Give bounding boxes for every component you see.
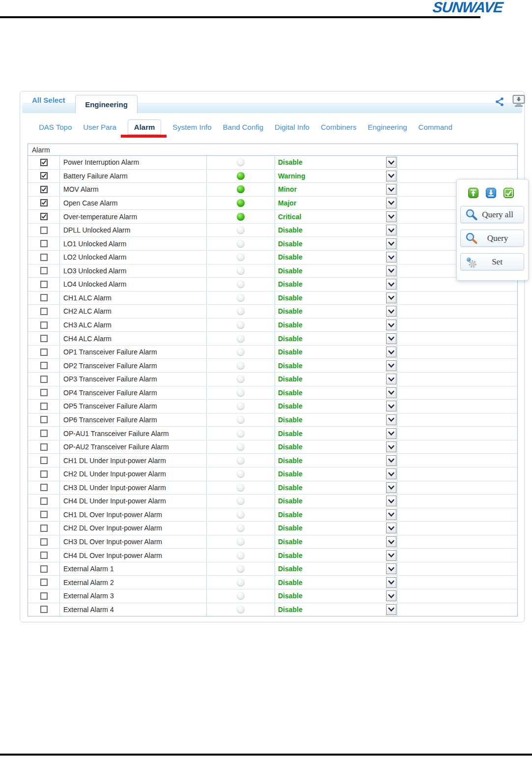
row-checkbox[interactable] — [40, 322, 48, 329]
status-dropdown[interactable] — [386, 252, 396, 263]
status-dropdown[interactable] — [386, 374, 396, 384]
row-checkbox[interactable] — [40, 267, 48, 274]
tab-engineering[interactable]: Engineering — [368, 123, 407, 131]
status-dropdown[interactable] — [386, 387, 396, 398]
status-dropdown[interactable] — [386, 306, 396, 317]
status-dropdown[interactable] — [386, 482, 396, 493]
row-checkbox[interactable] — [40, 416, 48, 423]
row-checkbox[interactable] — [40, 172, 48, 179]
query-button[interactable]: Query — [460, 230, 524, 247]
row-checkbox[interactable] — [40, 443, 48, 451]
alarm-name: CH4 DL Over Input-power Alarm — [60, 549, 207, 562]
led-indicator — [237, 579, 245, 586]
row-checkbox[interactable] — [40, 294, 48, 301]
row-checkbox[interactable] — [40, 430, 48, 437]
status-dropdown[interactable] — [386, 563, 396, 574]
alarm-name: CH3 DL Under Input-power Alarm — [60, 481, 207, 495]
all-select-button[interactable]: All Select — [32, 96, 65, 104]
row-checkbox[interactable] — [40, 606, 48, 613]
status-dropdown[interactable] — [386, 428, 396, 439]
led-cell — [207, 508, 275, 522]
status-dropdown[interactable] — [386, 509, 396, 520]
tab-system-info[interactable]: System Info — [172, 123, 211, 131]
row-checkbox[interactable] — [40, 335, 48, 342]
row-checkbox[interactable] — [40, 240, 48, 247]
status-dropdown[interactable] — [386, 184, 396, 195]
tab-digital-info[interactable]: Digital Info — [275, 123, 309, 131]
tab-user-para[interactable]: User Para — [83, 123, 116, 131]
row-checkbox[interactable] — [40, 592, 48, 600]
row-checkbox[interactable] — [40, 227, 48, 234]
status-dropdown[interactable] — [386, 225, 396, 235]
status-dropdown[interactable] — [386, 279, 396, 290]
tab-das-topo[interactable]: DAS Topo — [39, 123, 72, 131]
row-checkbox[interactable] — [40, 281, 48, 288]
row-checkbox[interactable] — [40, 511, 48, 518]
status-dropdown[interactable] — [386, 523, 396, 533]
status-cell: Disable — [275, 319, 397, 332]
tab-command[interactable]: Command — [419, 123, 452, 131]
status-dropdown[interactable] — [386, 292, 396, 303]
status-dropdown[interactable] — [386, 401, 396, 411]
status-dropdown[interactable] — [386, 604, 396, 615]
row-checkbox[interactable] — [40, 470, 48, 478]
monitor-export-icon[interactable] — [512, 94, 525, 110]
status-dropdown[interactable] — [386, 496, 396, 506]
row-checkbox[interactable] — [40, 186, 48, 193]
status-dropdown[interactable] — [386, 536, 396, 547]
row-checkbox[interactable] — [40, 376, 48, 383]
status-dropdown[interactable] — [386, 157, 396, 168]
tab-band-config[interactable]: Band Config — [223, 123, 264, 131]
download-icon[interactable] — [486, 188, 496, 198]
row-checkbox[interactable] — [40, 308, 48, 315]
status-dropdown[interactable] — [386, 455, 396, 466]
row-checkbox[interactable] — [40, 457, 48, 464]
row-checkbox[interactable] — [40, 497, 48, 505]
alarm-name: OP6 Transceiver Failure Alarm — [60, 413, 207, 427]
tab-alarm[interactable]: Alarm — [128, 119, 162, 135]
status-dropdown[interactable] — [386, 265, 396, 276]
status-dropdown[interactable] — [386, 320, 396, 330]
tab-combiners[interactable]: Combiners — [321, 123, 357, 131]
status-dropdown[interactable] — [386, 590, 396, 601]
select-all-icon[interactable] — [504, 188, 514, 198]
status-dropdown[interactable] — [386, 238, 396, 249]
status-cell: Disable — [275, 346, 397, 359]
row-checkbox[interactable] — [40, 538, 48, 546]
status-dropdown[interactable] — [386, 468, 396, 479]
row-checkbox[interactable] — [40, 552, 48, 559]
led-cell — [207, 589, 275, 603]
status-dropdown[interactable] — [386, 347, 396, 357]
status-cell: Disable — [275, 589, 397, 603]
share-icon[interactable] — [494, 96, 505, 109]
row-checkbox[interactable] — [40, 565, 48, 573]
row-checkbox[interactable] — [40, 389, 48, 396]
status-dropdown[interactable] — [386, 550, 396, 561]
row-checkbox[interactable] — [40, 349, 48, 356]
query-all-button[interactable]: Query all — [460, 206, 524, 223]
status-dropdown[interactable] — [386, 414, 396, 425]
row-checkbox[interactable] — [40, 199, 48, 206]
checkbox-cell — [28, 481, 60, 495]
row-checkbox[interactable] — [40, 213, 48, 220]
window-tab-engineering[interactable]: Engineering — [75, 95, 138, 114]
status-dropdown[interactable] — [386, 333, 396, 344]
upload-icon[interactable] — [468, 188, 478, 198]
status-dropdown[interactable] — [386, 171, 396, 181]
status-dropdown[interactable] — [386, 441, 396, 452]
status-dropdown[interactable] — [386, 198, 396, 208]
row-checkbox[interactable] — [40, 403, 48, 410]
row-checkbox[interactable] — [40, 159, 48, 166]
checkbox-cell — [28, 549, 60, 562]
row-checkbox[interactable] — [40, 254, 48, 261]
row-checkbox[interactable] — [40, 362, 48, 369]
set-button[interactable]: Set — [460, 253, 524, 270]
status-dropdown[interactable] — [386, 211, 396, 222]
row-checkbox[interactable] — [40, 579, 48, 586]
row-checkbox[interactable] — [40, 525, 48, 532]
status-dropdown[interactable] — [386, 360, 396, 371]
alarm-status: Disable — [278, 307, 303, 315]
status-dropdown[interactable] — [386, 577, 396, 588]
status-cell: Major — [275, 197, 397, 210]
row-checkbox[interactable] — [40, 484, 48, 491]
